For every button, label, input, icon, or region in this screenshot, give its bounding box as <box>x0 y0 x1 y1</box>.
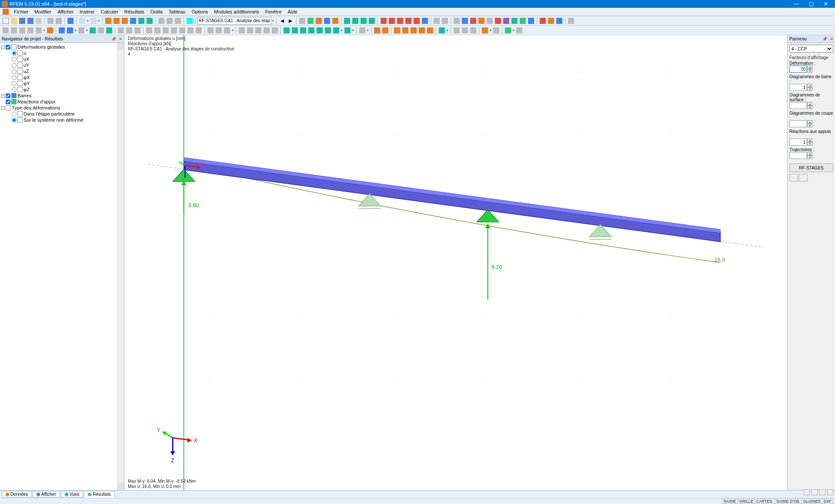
spin-def-dn[interactable]: ▾ <box>807 69 812 73</box>
t2-23[interactable] <box>207 27 214 34</box>
cb-reactions[interactable] <box>6 99 10 104</box>
tb-btn-45[interactable] <box>502 17 510 25</box>
tb-btn-46[interactable] <box>511 17 518 25</box>
menu-modules[interactable]: Modules additionnels <box>211 9 261 15</box>
spin-surf-up[interactable]: ▴ <box>807 102 812 106</box>
t2-39[interactable] <box>358 27 366 34</box>
t2-19[interactable] <box>170 27 178 34</box>
t2-12[interactable] <box>105 27 113 34</box>
t2-46[interactable] <box>426 27 434 34</box>
open-icon[interactable] <box>10 17 18 25</box>
tb-btn-8[interactable] <box>67 17 74 25</box>
t2-34[interactable] <box>307 27 315 34</box>
t2-52[interactable] <box>492 27 500 34</box>
t2-25dd[interactable]: ▾ <box>231 29 234 32</box>
tb-btn-42[interactable] <box>478 17 485 25</box>
tb-btn-47[interactable] <box>519 17 527 25</box>
tb-btn-36[interactable] <box>421 17 429 25</box>
undo-icon[interactable] <box>78 17 86 25</box>
tb-btn-17[interactable] <box>157 17 165 25</box>
panel-case-select[interactable]: 4 - CCP <box>789 45 833 53</box>
t2-36[interactable] <box>324 27 332 34</box>
tree-collapse-typedef[interactable]: − <box>1 106 5 110</box>
radio-uy[interactable] <box>12 63 17 68</box>
radio-ux[interactable] <box>12 57 17 62</box>
cb-def-globales[interactable] <box>6 45 10 50</box>
navigator-close-icon[interactable]: ✕ <box>119 36 122 41</box>
panel-foot-3[interactable] <box>819 489 825 495</box>
t2-40[interactable] <box>373 27 381 34</box>
menu-afficher[interactable]: Afficher <box>55 9 76 15</box>
t2-16[interactable] <box>145 27 153 34</box>
radio-sur-systeme[interactable] <box>12 118 17 123</box>
t2-51dd[interactable]: ▾ <box>489 29 492 32</box>
t2-3[interactable] <box>18 27 26 34</box>
status-saisie[interactable]: SAISIE <box>722 499 738 504</box>
spin-reac-up[interactable]: ▴ <box>807 139 812 142</box>
t2-8dd[interactable]: ▾ <box>74 29 77 32</box>
t2-41[interactable] <box>381 27 389 34</box>
program-icon[interactable] <box>3 9 9 15</box>
t2-51[interactable] <box>481 27 489 34</box>
undo-dd[interactable]: ▾ <box>87 19 89 23</box>
t2-31[interactable] <box>283 27 291 34</box>
t2-37[interactable] <box>332 27 340 34</box>
redo-dd[interactable]: ▾ <box>98 19 100 23</box>
tb-btn-16[interactable] <box>146 17 154 25</box>
tb-btn-24[interactable] <box>315 17 323 25</box>
tb-btn-13[interactable] <box>121 17 129 25</box>
t2-15[interactable] <box>134 27 141 34</box>
cb-barres[interactable] <box>6 93 10 98</box>
tab-donnees[interactable]: Données <box>2 491 32 497</box>
t2-11[interactable] <box>97 27 105 34</box>
t2-54[interactable] <box>515 27 523 34</box>
t2-39dd[interactable]: ▾ <box>367 29 369 32</box>
menu-outils[interactable]: Outils <box>148 9 165 15</box>
status-dxf[interactable]: DXF <box>822 499 833 504</box>
tb-btn-19[interactable] <box>174 17 182 25</box>
spin-traj-up[interactable]: ▴ <box>807 152 812 156</box>
t2-25[interactable] <box>223 27 231 34</box>
t2-32[interactable] <box>291 27 299 34</box>
radio-u[interactable] <box>12 51 17 56</box>
menu-resultats[interactable]: Résultats <box>122 9 147 15</box>
t2-26[interactable] <box>238 27 246 34</box>
t2-33[interactable] <box>299 27 307 34</box>
t2-42[interactable] <box>393 27 401 34</box>
tree-collapse-root[interactable]: − <box>1 45 5 49</box>
panel-close-icon[interactable]: ✕ <box>830 36 833 41</box>
t2-21[interactable] <box>187 27 194 34</box>
t2-50[interactable] <box>469 27 477 34</box>
loadcase-dd[interactable]: ▾ <box>272 19 274 23</box>
minimize-button[interactable]: — <box>789 1 804 7</box>
menu-fichier[interactable]: Fichier <box>11 9 31 15</box>
tb-btn-35[interactable] <box>413 17 421 25</box>
close-button[interactable]: ✕ <box>818 1 833 7</box>
tb-btn-32[interactable] <box>388 17 396 25</box>
spin-coupe-dn[interactable]: ▾ <box>807 124 812 127</box>
spin-def-up[interactable]: ▴ <box>807 66 812 69</box>
tb-btn-27[interactable] <box>343 17 351 25</box>
tb-btn-43[interactable] <box>486 17 494 25</box>
tb-btn-15[interactable] <box>137 17 145 25</box>
save-icon[interactable] <box>18 17 26 25</box>
nav-scrollbar[interactable] <box>117 43 124 490</box>
loadcase-combo[interactable] <box>197 17 271 25</box>
t2-5[interactable] <box>35 27 43 34</box>
menu-modifier[interactable]: Modifier <box>32 9 54 15</box>
panel-foot-1[interactable] <box>804 489 810 495</box>
panel-small-1[interactable] <box>789 174 798 182</box>
tb-btn-6[interactable] <box>47 17 54 25</box>
t2-24[interactable] <box>215 27 223 34</box>
t2-7[interactable] <box>58 27 66 34</box>
menu-aide[interactable]: Aide <box>285 9 300 15</box>
tb-btn-11[interactable] <box>104 17 112 25</box>
t2-5dd[interactable]: ▾ <box>43 29 46 32</box>
input-coupe[interactable] <box>789 120 807 127</box>
maximize-button[interactable]: ▢ <box>804 1 818 7</box>
t2-10[interactable] <box>89 27 97 34</box>
t2-22[interactable] <box>195 27 203 34</box>
t2-17[interactable] <box>154 27 161 34</box>
t2-47dd[interactable]: ▾ <box>446 29 449 32</box>
panel-foot-4[interactable] <box>827 489 833 495</box>
